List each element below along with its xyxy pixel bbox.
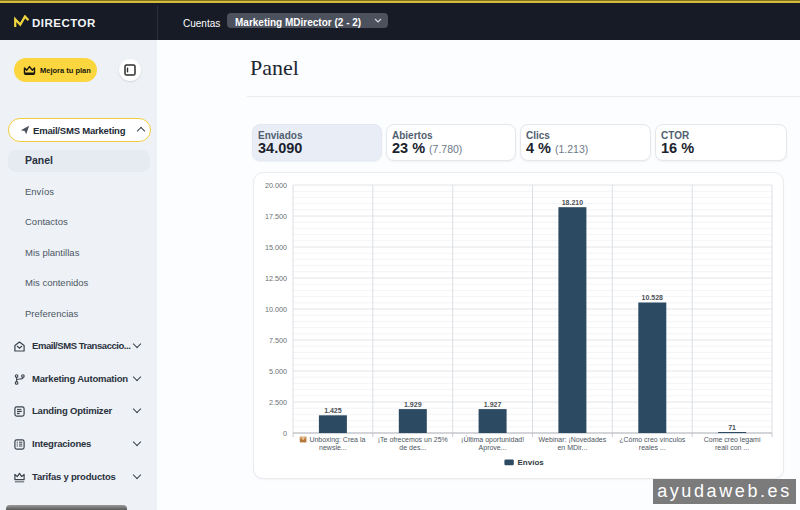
svg-text:Aprove...: Aprove... [479,444,507,452]
svg-text:¡Te ofrecemos un 25%: ¡Te ofrecemos un 25% [378,436,448,443]
svg-text:1.927: 1.927 [484,401,502,408]
svg-text:15.000: 15.000 [265,243,287,252]
svg-text:18.210: 18.210 [562,199,584,206]
svg-text:¿Cómo creo vínculos: ¿Cómo creo vínculos [619,436,686,443]
svg-text:1.425: 1.425 [324,407,342,414]
svg-text:reales ...: reales ... [639,444,666,451]
svg-text:Webinar: ¡Novedades: Webinar: ¡Novedades [539,436,607,443]
svg-text:10.000: 10.000 [265,305,287,314]
svg-text:10.528: 10.528 [642,294,664,301]
svg-text:12.500: 12.500 [265,274,287,283]
svg-text:en MDir...: en MDir... [557,444,587,451]
svg-text:1.929: 1.929 [404,401,422,408]
svg-text:2.500: 2.500 [269,398,287,407]
svg-text:de des...: de des... [399,444,426,451]
svg-text:5.000: 5.000 [269,367,287,376]
svg-text:Envíos: Envíos [518,458,545,467]
svg-text:7.500: 7.500 [269,336,287,345]
svg-text:¡Última oportunidad!: ¡Última oportunidad! [461,435,524,444]
svg-text:0: 0 [283,429,287,438]
svg-text:reali con ...: reali con ... [715,444,749,451]
svg-text:71: 71 [728,424,736,431]
svg-text:20.000: 20.000 [265,181,287,190]
svg-text:17.500: 17.500 [265,212,287,221]
svg-text:newsle...: newsle... [319,444,347,451]
